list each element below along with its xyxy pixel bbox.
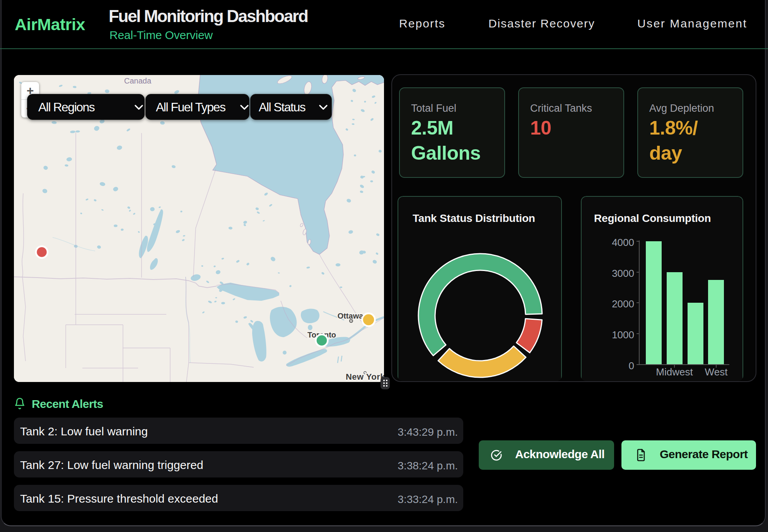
svg-text:Midwest: Midwest (656, 366, 693, 378)
svg-text:0: 0 (629, 360, 634, 372)
svg-text:West: West (705, 366, 728, 378)
svg-text:New York: New York (346, 372, 384, 382)
svg-text:Canada: Canada (124, 77, 152, 85)
svg-text:Ottawa: Ottawa (338, 312, 364, 320)
svg-text:1000: 1000 (612, 329, 634, 341)
svg-text:3000: 3000 (612, 268, 634, 279)
svg-text:2000: 2000 (612, 298, 634, 310)
svg-text:4000: 4000 (612, 237, 634, 248)
